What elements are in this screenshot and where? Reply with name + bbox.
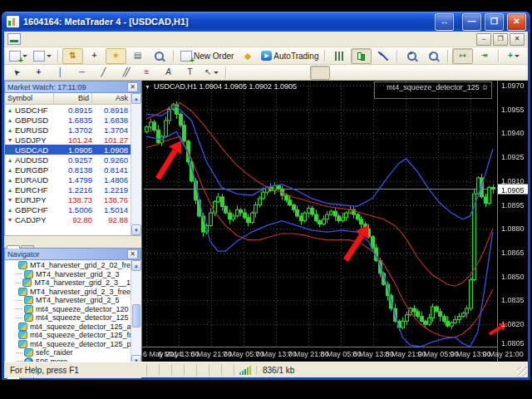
child-close-button[interactable]: ✕ xyxy=(510,33,525,46)
table-row[interactable]: EURGBP 0.8138 0.8141 xyxy=(5,165,131,175)
arrow-objects-button[interactable]: ↖ xyxy=(201,65,222,81)
timeframe-button[interactable] xyxy=(350,66,370,80)
timeframe-button[interactable] xyxy=(250,66,270,80)
chart-shift-button[interactable]: ↠ xyxy=(474,48,495,64)
list-item[interactable]: MT4_harvester_grid_2_3_free__3 xyxy=(5,288,131,297)
periods-button[interactable]: ◔ xyxy=(525,48,532,64)
chart-window-icon[interactable] xyxy=(7,33,21,45)
auto-scroll-button[interactable]: ↦ xyxy=(452,48,473,64)
navigator-close-icon[interactable]: ✕ xyxy=(127,249,138,259)
indicators-button[interactable]: + xyxy=(503,48,524,64)
table-row[interactable]: USDCHF 0.8915 0.8918 xyxy=(5,105,131,115)
vertical-line-button[interactable]: │ xyxy=(50,65,71,81)
navigator-titlebar[interactable]: Navigator ✕ xyxy=(4,248,141,260)
zoom-out-button[interactable]: - xyxy=(423,48,444,64)
data-window-toggle[interactable]: + xyxy=(84,48,105,64)
autotrading-button[interactable]: ▶AutoTrading xyxy=(259,48,321,64)
market-watch-header[interactable]: Symbol Bid Ask xyxy=(5,93,131,105)
status-cell xyxy=(197,364,209,376)
bar-chart-button[interactable] xyxy=(329,48,350,64)
zoom-out-icon: - xyxy=(429,52,438,61)
timeframe-button[interactable] xyxy=(370,66,390,80)
table-row[interactable]: USDCAD 1.0905 1.0908 xyxy=(5,145,131,155)
crosshair-tool-button[interactable]: + xyxy=(28,65,49,81)
table-row[interactable]: GBPUSD 1.6835 1.6838 xyxy=(5,115,131,125)
candlestick-chart-button[interactable] xyxy=(351,48,372,64)
table-row[interactable]: GBPCHF 1.5006 1.5014 xyxy=(5,204,131,214)
cursor-tool-button[interactable]: ➤ xyxy=(7,65,27,81)
text-tool-button[interactable]: A xyxy=(158,65,179,81)
scroll-up-icon[interactable]: ▲ xyxy=(131,260,141,271)
scroll-up-icon[interactable]: ▲ xyxy=(131,93,141,104)
table-row[interactable]: EURAUD 1.4799 1.4806 xyxy=(5,175,131,185)
metaeditor-button[interactable]: ◆ xyxy=(237,48,258,64)
menu-item[interactable] xyxy=(24,32,37,47)
list-item[interactable]: MT4_harvester_grid_2_02_free xyxy=(5,261,131,270)
menu-item[interactable] xyxy=(77,32,91,47)
column-symbol[interactable]: Symbol xyxy=(5,93,54,104)
table-row[interactable]: EURCHF 1.2216 1.2219 xyxy=(5,185,131,195)
profiles-button[interactable] xyxy=(31,48,54,64)
menu-item[interactable] xyxy=(91,32,104,47)
maximize-button[interactable]: ❐ xyxy=(485,13,504,31)
table-row[interactable]: EURUSD 1.3702 1.3704 xyxy=(5,125,131,135)
chart-dropdown-icon[interactable]: ▼ xyxy=(145,84,150,90)
child-minimize-button[interactable]: – xyxy=(476,33,491,46)
title-bar[interactable]: 1604164: MetaTrader 4 - [USDCAD,H1] ↔ — … xyxy=(2,12,530,32)
market-watch-toggle[interactable]: ⇅ xyxy=(62,48,83,64)
table-row[interactable]: USDJPY 101.24 101.27 xyxy=(5,135,131,145)
horizontal-line-button[interactable]: ─ xyxy=(71,65,92,81)
zoom-in-button[interactable]: + xyxy=(401,48,422,64)
new-chart-button[interactable] xyxy=(7,48,30,64)
table-row[interactable]: EURJPY 138.73 138.76 xyxy=(5,195,131,204)
close-button[interactable]: ✕ xyxy=(507,13,526,31)
column-bid[interactable]: Bid xyxy=(54,93,92,104)
child-restore-button[interactable]: ❐ xyxy=(493,33,508,46)
fibonacci-button[interactable]: ≡ xyxy=(136,65,157,81)
scroll-thumb[interactable] xyxy=(132,304,140,328)
timeframe-button[interactable] xyxy=(390,66,410,80)
list-item[interactable]: mt4_squeeze_detector_125_pro xyxy=(5,340,131,349)
list-item[interactable]: MT4_harvester_grid_2_5 xyxy=(5,296,131,305)
trendline-button[interactable]: ╱ xyxy=(93,65,114,81)
market-watch-scrollbar[interactable]: ▲ ▼ xyxy=(131,93,141,235)
line-chart-button[interactable] xyxy=(372,48,393,64)
scroll-down-icon[interactable]: ▼ xyxy=(131,224,141,235)
market-watch-titlebar[interactable]: Market Watch: 17:11:09 ✕ xyxy=(4,81,141,93)
strategy-tester-toggle[interactable] xyxy=(149,48,170,64)
list-item[interactable]: MT4_harvester_grid_2_3__1 xyxy=(5,278,131,288)
list-item[interactable]: mt4_squeeze_detector_125_free xyxy=(5,331,131,340)
timeframe-button[interactable] xyxy=(310,66,330,80)
workspace: Market Watch: 17:11:09 ✕ Symbol Bid Ask xyxy=(4,81,528,362)
table-row[interactable]: CADJPY 92.80 92.88 xyxy=(5,214,131,224)
list-item[interactable]: sefc_raider xyxy=(5,348,131,357)
menu-item[interactable] xyxy=(64,32,77,47)
menu-item[interactable] xyxy=(37,32,51,47)
list-item[interactable]: mt4_squeeze_detector_125 xyxy=(5,313,131,323)
community-arrows-button[interactable]: ↔ xyxy=(435,13,454,31)
navigator-scrollbar[interactable]: ▲ ▼ xyxy=(131,260,141,366)
terminal-toggle[interactable]: ▤ xyxy=(127,48,148,64)
tab[interactable] xyxy=(7,245,20,249)
label-tool-button[interactable]: T xyxy=(180,65,200,81)
timeframe-button[interactable] xyxy=(330,66,350,80)
chart-canvas[interactable] xyxy=(142,81,528,362)
new-order-button[interactable]: New Order xyxy=(178,48,236,64)
timeframe-button[interactable] xyxy=(270,66,290,80)
ask-cell: 1.0908 xyxy=(95,145,131,155)
timeframe-button[interactable] xyxy=(230,66,250,80)
menu-item[interactable] xyxy=(104,32,117,47)
minimize-button[interactable]: — xyxy=(462,13,481,31)
channel-button[interactable]: ╱╱ xyxy=(115,65,135,81)
menu-item[interactable] xyxy=(51,32,64,47)
timeframe-button[interactable] xyxy=(290,66,310,80)
table-row[interactable]: AUDUSD 0.9257 0.9260 xyxy=(5,155,131,165)
resize-grip[interactable] xyxy=(517,367,527,377)
list-item[interactable]: MT4_harvester_grid_2_3 xyxy=(5,270,131,279)
list-item[interactable]: mt4_squeeze_detector_120 xyxy=(5,305,131,314)
bid-cell: 138.73 xyxy=(59,195,95,204)
market-watch-close-icon[interactable]: ✕ xyxy=(127,82,138,92)
column-ask[interactable]: Ask xyxy=(92,93,131,104)
navigator-toggle[interactable]: ★ xyxy=(106,48,126,64)
list-item[interactable]: mt4_squeeze_detector_125_andrej xyxy=(5,323,131,332)
